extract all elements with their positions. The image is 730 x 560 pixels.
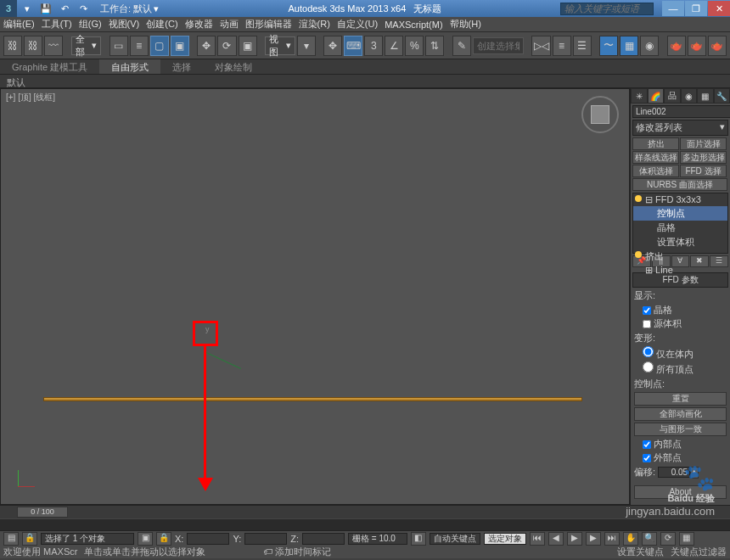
menu-grapheditors[interactable]: 图形编辑器 <box>245 18 292 31</box>
keyfilter-button[interactable]: 关键点过滤器 <box>671 546 727 558</box>
menu-animation[interactable]: 动画 <box>220 18 239 31</box>
rotate-icon[interactable]: ⟳ <box>217 36 236 56</box>
adaptive-degradation-icon[interactable]: ◧ <box>411 532 426 546</box>
menu-maxscript[interactable]: MAXScript(M) <box>385 20 442 30</box>
reset-button[interactable]: 重置 <box>634 392 727 406</box>
move-icon[interactable]: ✥ <box>197 36 216 56</box>
setkey-button[interactable]: 设置关键点 <box>617 546 664 558</box>
inside-points-checkbox[interactable]: 内部点 <box>643 438 727 451</box>
viewport-label[interactable]: [+] [顶] [线框] <box>6 92 55 104</box>
only-in-volume-radio[interactable]: 仅在体内 <box>643 346 727 361</box>
angle-snap-icon[interactable]: ∠ <box>385 36 403 56</box>
stack-item-line[interactable]: ⊞ Line <box>633 264 727 277</box>
next-frame-icon[interactable]: ▶ <box>586 532 601 546</box>
tab-freeform[interactable]: 自由形式 <box>99 59 160 74</box>
rendered-frame-icon[interactable]: 🫖 <box>688 36 706 56</box>
prev-frame-icon[interactable]: ◀ <box>548 532 564 546</box>
render-production-icon[interactable]: 🫖 <box>708 36 727 56</box>
goto-end-icon[interactable]: ⏭ <box>604 532 620 546</box>
zoom-icon[interactable]: 🔍 <box>642 532 657 546</box>
scene-object-line[interactable] <box>43 397 582 401</box>
offset-spin-up-icon[interactable]: ▴ <box>690 467 699 479</box>
window-crossing-icon[interactable]: ▣ <box>171 36 189 56</box>
manipulate-icon[interactable]: ✥ <box>323 36 342 56</box>
modifier-btn-ffdsel[interactable]: FFD 选择 <box>680 165 727 177</box>
menu-modifiers[interactable]: 修改器 <box>185 18 213 31</box>
panel-tab-display-icon[interactable]: ▦ <box>697 88 714 104</box>
viewcube[interactable] <box>581 96 619 133</box>
about-button[interactable]: About <box>634 485 727 499</box>
schematic-view-icon[interactable]: ▦ <box>620 36 638 56</box>
isolate-icon[interactable]: ▣ <box>138 532 153 546</box>
selection-lock-icon[interactable]: 🔒 <box>156 532 171 546</box>
modifier-btn-splinesel[interactable]: 样条线选择 <box>632 151 679 164</box>
orbit-icon[interactable]: ⟳ <box>660 532 676 546</box>
workspace-selector[interactable]: 工作台: 默认 <box>100 3 152 15</box>
object-name-input[interactable] <box>632 105 730 118</box>
all-vertices-radio[interactable]: 所有顶点 <box>643 361 727 376</box>
edit-named-sel-icon[interactable]: ✎ <box>452 36 471 56</box>
tb-redo-icon[interactable]: ↷ <box>75 1 92 16</box>
panel-tab-motion-icon[interactable]: ◉ <box>681 88 698 104</box>
time-slider-thumb[interactable]: 0 / 100 <box>17 507 68 518</box>
add-time-tag-button[interactable]: 🏷 添加时间标记 <box>263 546 331 558</box>
named-selection-input[interactable] <box>473 37 524 54</box>
modifier-btn-volsel[interactable]: 体积选择 <box>632 165 679 177</box>
layers-icon[interactable]: ☰ <box>573 36 592 56</box>
material-editor-icon[interactable]: ◉ <box>640 36 659 56</box>
modifier-stack[interactable]: ⊟ FFD 3x3x3 控制点 晶格 设置体积 挤出 ⊞ Line <box>632 193 728 254</box>
use-pivot-center-icon[interactable]: ▾ <box>297 36 316 56</box>
window-maximize-button[interactable]: ❐ <box>685 1 707 16</box>
maximize-viewport-icon[interactable]: ▦ <box>679 532 694 546</box>
tb-undo-icon[interactable]: ↶ <box>56 1 73 16</box>
window-close-button[interactable]: ✕ <box>708 1 730 16</box>
app-logo[interactable]: 3 <box>0 0 17 17</box>
autokey-button[interactable]: 自动关键点 <box>430 533 480 545</box>
animate-all-button[interactable]: 全部动画化 <box>634 407 727 421</box>
tb-save-icon[interactable]: 💾 <box>37 1 54 16</box>
maxscript-listener-icon[interactable]: ▤ <box>3 532 19 546</box>
modifier-btn-nurbssel[interactable]: NURBS 曲面选择 <box>632 178 727 191</box>
align-icon[interactable]: ≡ <box>553 36 571 56</box>
tab-objectpaint[interactable]: 对象绘制 <box>203 59 264 74</box>
stack-item-controlpoints[interactable]: 控制点 <box>633 206 727 221</box>
panel-tab-create-icon[interactable]: ✳ <box>631 88 648 104</box>
panel-tab-hierarchy-icon[interactable]: 品 <box>664 88 681 104</box>
tab-graphite[interactable]: Graphite 建模工具 <box>0 59 99 74</box>
menu-help[interactable]: 帮助(H) <box>450 18 481 31</box>
menu-customize[interactable]: 自定义(U) <box>337 18 378 31</box>
track-bar[interactable] <box>0 518 730 530</box>
x-coord-field[interactable] <box>187 533 229 545</box>
panel-tab-utilities-icon[interactable]: 🔧 <box>714 88 731 104</box>
modifier-btn-polysel[interactable]: 多边形选择 <box>680 151 727 164</box>
scale-icon[interactable]: ▣ <box>239 36 257 56</box>
tab-selection[interactable]: 选择 <box>160 59 203 74</box>
menu-tools[interactable]: 工具(T) <box>42 18 72 31</box>
spinner-snap-icon[interactable]: ⇅ <box>425 36 444 56</box>
viewport[interactable]: [+] [顶] [线框] y <box>0 88 630 505</box>
goto-start-icon[interactable]: ⏮ <box>530 532 545 546</box>
time-slider[interactable]: 0 / 100 <box>0 505 730 518</box>
z-coord-field[interactable] <box>302 533 345 545</box>
lattice-checkbox[interactable]: 晶格 <box>643 304 727 316</box>
select-by-name-icon[interactable]: ≡ <box>130 36 149 56</box>
stack-item-ffd[interactable]: ⊟ FFD 3x3x3 <box>633 193 727 206</box>
play-icon[interactable]: ▶ <box>567 532 582 546</box>
panel-tab-modify-icon[interactable]: 🌈 <box>648 88 665 104</box>
snap-toggle-icon[interactable]: 3 <box>364 36 383 56</box>
ref-coord-dropdown[interactable]: 视图 ▾ <box>265 36 295 55</box>
select-object-icon[interactable]: ▭ <box>110 36 128 56</box>
curve-editor-icon[interactable]: 〜 <box>599 36 618 56</box>
menu-view[interactable]: 视图(V) <box>109 18 140 31</box>
menu-create[interactable]: 创建(C) <box>146 18 177 31</box>
keymode-dropdown[interactable]: 选定对象 <box>484 533 526 545</box>
help-search-input[interactable] <box>560 3 654 15</box>
menu-group[interactable]: 组(G) <box>79 18 102 31</box>
modifier-btn-extrude[interactable]: 挤出 <box>632 137 679 150</box>
menu-rendering[interactable]: 渲染(R) <box>299 18 330 31</box>
y-coord-field[interactable] <box>244 533 287 545</box>
modifier-btn-patchsel[interactable]: 面片选择 <box>680 137 727 150</box>
conform-shape-button[interactable]: 与图形一致 <box>634 423 727 436</box>
tb-open-icon[interactable]: ▾ <box>19 1 36 16</box>
link-icon[interactable]: ⛓ <box>3 36 22 56</box>
